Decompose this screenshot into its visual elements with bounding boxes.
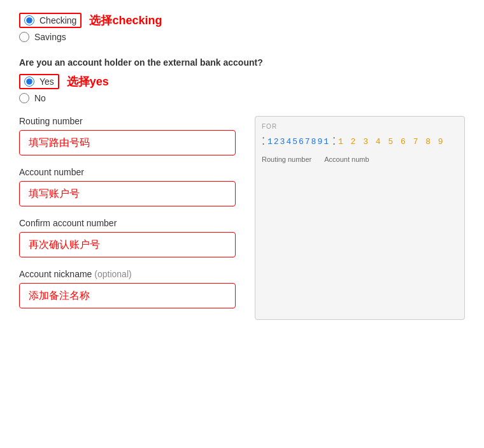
account-holder-question: Are you an account holder on the externa… — [19, 57, 465, 68]
confirm-account-number-group: Confirm account number — [19, 218, 236, 257]
no-label[interactable]: No — [34, 93, 46, 103]
no-radio[interactable] — [19, 93, 29, 103]
form-fields: Routing number Account number Confirm ac… — [19, 116, 236, 320]
check-account-label: Account numb — [324, 155, 369, 163]
check-right-sep: ⁚ — [332, 135, 336, 148]
check-routing-number: 1234567891 — [267, 137, 330, 147]
checking-option[interactable]: Checking — [19, 13, 82, 28]
form-section: Routing number Account number Confirm ac… — [19, 116, 465, 320]
yes-radio[interactable] — [24, 76, 34, 87]
account-number-label: Account number — [19, 167, 236, 177]
account-nickname-label: Account nickname (optional) — [19, 269, 236, 279]
yes-option[interactable]: Yes — [19, 74, 59, 89]
check-account-number: 1 2 3 4 5 6 7 8 9 — [338, 137, 445, 147]
account-holder-section: Are you an account holder on the externa… — [19, 57, 465, 103]
checking-radio[interactable] — [24, 15, 34, 25]
savings-label[interactable]: Savings — [34, 32, 66, 42]
check-labels-row: Routing number Account numb — [262, 155, 458, 163]
savings-radio[interactable] — [19, 32, 29, 42]
routing-number-group: Routing number — [19, 116, 236, 155]
account-number-group: Account number — [19, 167, 236, 206]
nickname-optional-text: (optional) — [92, 269, 131, 279]
account-nickname-input[interactable] — [19, 283, 236, 308]
routing-number-label: Routing number — [19, 116, 236, 126]
yes-label[interactable]: Yes — [39, 76, 54, 87]
check-routing-label: Routing number — [262, 155, 311, 163]
checking-label[interactable]: Checking — [39, 15, 76, 25]
check-left-sep: ⁚ — [262, 135, 265, 148]
account-type-section: Checking 选择checking Savings — [19, 13, 465, 42]
account-number-input[interactable] — [19, 181, 236, 206]
confirm-account-number-label: Confirm account number — [19, 218, 236, 228]
yes-row: Yes 选择yes — [19, 74, 465, 89]
nickname-label-text: Account nickname — [19, 269, 92, 279]
check-for-label: FOR — [262, 123, 458, 130]
check-numbers-row: ⁚ 1234567891 ⁚ 1 2 3 4 5 6 7 8 9 — [262, 135, 458, 148]
yes-annotation: 选择yes — [67, 74, 109, 89]
checking-annotation: 选择checking — [89, 13, 162, 28]
check-image-panel: FOR ⁚ 1234567891 ⁚ 1 2 3 4 5 6 7 8 9 Rou… — [255, 116, 465, 320]
account-nickname-group: Account nickname (optional) — [19, 269, 236, 308]
confirm-account-number-input[interactable] — [19, 232, 236, 257]
routing-number-input[interactable] — [19, 130, 236, 155]
no-option[interactable]: No — [19, 93, 465, 103]
checking-row: Checking 选择checking — [19, 13, 465, 28]
savings-option[interactable]: Savings — [19, 32, 465, 42]
